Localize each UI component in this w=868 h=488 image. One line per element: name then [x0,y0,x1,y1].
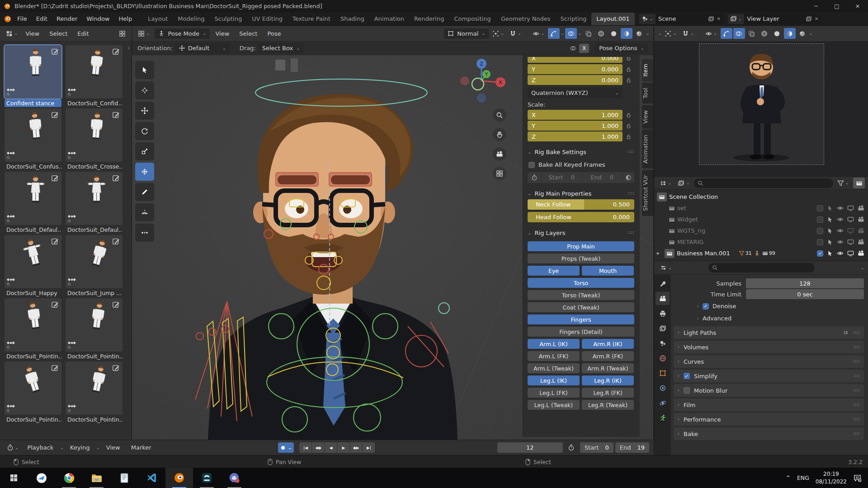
tray-expand-icon[interactable]: ⌃ [786,475,791,481]
lock-icon[interactable] [626,123,632,129]
taskbar-app-blender[interactable] [165,468,193,488]
pose-asset[interactable]: ◆▪◆◇ Confident stance [5,45,61,107]
transform-orientation-dropdown[interactable]: Normal ⌄ [444,28,489,39]
section-simplify[interactable]: › ✓ Simplify [674,370,864,382]
disable-viewport-monitor-icon[interactable] [847,227,854,234]
neck-follow-slider[interactable]: Neck Follow 0.500 [528,199,634,210]
edit-pose-icon[interactable] [112,364,120,372]
xray-toggle[interactable] [583,28,594,39]
lock-icon[interactable] [626,134,632,140]
timeline-menu-keying[interactable]: Keying [66,442,94,453]
edit-pose-icon[interactable] [51,237,59,245]
outliner-row-business-man[interactable]: ▶ Business Man.001 31 99 ✓ [657,248,868,259]
shading-material-button[interactable] [784,28,796,39]
blender-menu-icon[interactable] [4,15,12,23]
jump-to-start-button[interactable]: |◀ [299,442,311,453]
scale-tool[interactable] [135,142,154,160]
asset-menu-view[interactable]: View [21,28,44,39]
unlink-icon[interactable]: ✕ [717,17,721,21]
tab-view[interactable]: View [642,105,653,129]
pose-asset-label[interactable]: DoctorSuit_Defaul... [66,226,123,234]
maximize-icon[interactable]: □ [826,0,847,12]
next-keyframe-button[interactable]: ◆▶ [350,442,362,453]
disable-render-camera-icon[interactable] [858,205,864,211]
shading-wireframe-button[interactable] [759,28,770,39]
rig-layer-button[interactable]: Eye [528,266,580,276]
tab-uv-editing[interactable]: UV Editing [247,13,288,25]
scale-x-field[interactable]: X1.000 [528,110,623,120]
selectable-arrow-icon[interactable] [827,216,833,223]
rig-layer-button[interactable]: Arm.R (Tweak) [582,363,634,373]
section-bake[interactable]: › Bake [674,427,864,440]
timer-button[interactable] [528,172,541,183]
selectable-arrow-icon[interactable] [827,228,833,234]
drag-dropdown[interactable]: Select Box ⌄ [259,43,304,53]
denoise-row[interactable]: › ✓ Denoise [697,300,864,312]
minimize-icon[interactable]: ─ [806,0,826,12]
rig-layer-button[interactable]: Arm.L (Tweak) [528,363,580,373]
pivot-point-dropdown[interactable]: ⌄ [490,29,506,38]
taskbar-app-explorer[interactable] [83,468,110,488]
rig-layer-button[interactable]: Coat (Tweak) [528,302,634,312]
chevron-down-icon[interactable]: ⌄ [658,31,661,36]
edit-pose-icon[interactable] [51,174,59,182]
edit-pose-icon[interactable] [112,111,120,119]
section-performance[interactable]: › Performance [674,413,864,426]
transform-tool[interactable] [135,163,154,181]
tab-texture-paint[interactable]: Texture Paint [288,13,335,25]
pose-asset[interactable]: ◆▪◆◇ DoctorSuit_Confid... [66,45,123,107]
view-layer-name[interactable]: View Layer [747,15,803,22]
scene-name[interactable]: Scene [658,15,705,22]
scale-y-field[interactable]: Y1.000 [528,121,623,131]
editor-type-button[interactable]: ⌄ [658,263,674,272]
outliner-scope-dropdown[interactable]: ⌄ [675,178,692,188]
viewport-menu-view[interactable]: View [211,28,234,39]
notification-center-icon[interactable] [853,474,862,482]
rig-layers-header[interactable]: ⌄ Rig Layers [528,227,634,239]
grip-icon[interactable] [853,360,860,364]
pose-asset[interactable]: ◆▪◆◇ DoctorSuit_Pointin... [5,298,61,360]
outliner-filter-dropdown[interactable]: ⌄ [835,178,851,188]
asset-menu-edit[interactable]: Edit [73,28,93,39]
tab-layout[interactable]: Layout [143,13,173,25]
mode-dropdown[interactable]: Pose Mode ⌄ [155,28,210,39]
outliner-row-scene-collection[interactable]: Scene Collection [657,191,868,202]
outliner-row-wgts-rig[interactable]: WGTS_rig [657,225,868,236]
rig-layer-button[interactable]: Fingers (Detail) [528,327,634,337]
viewport-camera-preview[interactable]: ⌄ ⌄ ⌄ ⌄ [654,26,868,176]
edit-pose-icon[interactable] [51,300,59,309]
chevron-down-icon[interactable]: ⌄ [861,266,864,270]
pose-asset-label[interactable]: DoctorSuit_Pointin... [5,416,61,423]
timeline-menu-view[interactable]: View [102,442,125,453]
close-icon[interactable]: ✕ [847,0,868,12]
shading-solid-button[interactable] [608,28,620,39]
tab-output-properties[interactable] [656,307,670,320]
pose-asset-label[interactable]: DoctorSuit_Confid... [66,99,123,107]
editor-type-button[interactable]: ⌄ [136,29,152,38]
rig-main-properties-header[interactable]: ⌄ Rig Main Properties [528,188,634,199]
tab-animation[interactable]: Animation [369,13,409,25]
viewport-3d[interactable]: ⌄ Pose Mode ⌄ View Select Pose Normal ⌄ … [132,26,653,440]
rig-layer-button[interactable]: Arm.L (FK) [528,351,580,361]
taskbar-app-notepad[interactable] [110,468,138,488]
tool-orientation-dropdown[interactable]: Default ⌄ [175,43,230,53]
edit-pose-icon[interactable] [51,111,59,119]
grip-icon[interactable] [627,231,634,235]
taskbar-app-discord[interactable] [221,468,248,488]
pose-asset-label[interactable]: DoctorSuit_Pointin... [66,352,123,360]
pan-button[interactable] [493,128,506,141]
disable-render-camera-icon[interactable] [858,250,864,257]
tab-data-properties[interactable] [656,411,670,424]
xray-toggle[interactable] [746,28,758,39]
visibility-dropdown[interactable]: ⌄ [530,29,547,38]
pivot-point-dropdown[interactable]: ⌄ [662,29,679,38]
shading-rendered-button[interactable] [633,28,645,39]
pose-asset[interactable]: ◆▪◆◇ DoctorSuit_Happy [5,235,61,297]
shading-rendered-button[interactable] [797,28,808,39]
edit-pose-icon[interactable] [112,174,120,182]
pose-asset[interactable]: ◆▪◆◇ DoctorSuit_Confus... [5,108,61,170]
pose-asset-label[interactable]: DoctorSuit_Crosse... [66,163,123,170]
section-curves[interactable]: › Curves [674,355,864,368]
copy-icon[interactable] [708,16,714,22]
asset-menu-select[interactable]: Select [45,28,72,39]
